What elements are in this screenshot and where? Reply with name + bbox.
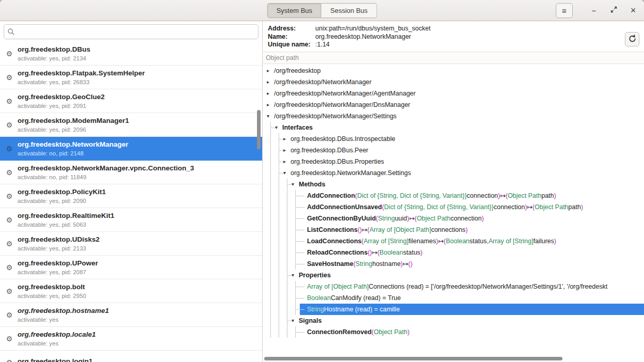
chevron-right-icon[interactable]: ▸ [283, 133, 291, 145]
tree-row[interactable]: ConnectionRemoved (Object Path) [263, 326, 644, 338]
chevron-down-icon[interactable]: ▾ [275, 122, 282, 133]
tree-row[interactable]: AddConnectionUnsaved (Dict of {String, D… [263, 201, 644, 213]
tree-text-segment: status [470, 238, 487, 245]
service-name: org.freedesktop.ModemManager1 [18, 117, 129, 125]
service-row[interactable]: ⚙org.freedesktop.RealtimeKit1activatable… [0, 208, 262, 232]
menu-button[interactable]: ≡ [556, 3, 573, 18]
dbus-object-icon: ⚙ [4, 216, 14, 224]
tree-row[interactable]: ▾/org/freedesktop/NetworkManager/Setting… [263, 111, 644, 122]
dbus-object-icon: ⚙ [4, 287, 14, 295]
tree-horizontal-scrollbar[interactable] [264, 357, 562, 360]
tree-row[interactable]: LoadConnections (Array of [String] filen… [263, 235, 644, 247]
chevron-down-icon[interactable]: ▾ [283, 167, 291, 179]
tree-row[interactable]: ▾Methods [263, 179, 644, 190]
service-row[interactable]: ⚙org.freedesktop.login1 [0, 351, 262, 362]
service-row[interactable]: ⚙org.freedesktop.Flatpak.SystemHelperact… [0, 66, 262, 89]
chevron-down-icon[interactable]: ▾ [292, 179, 299, 190]
minimize-button[interactable]: − [587, 4, 601, 17]
chevron-right-icon[interactable]: ▸ [267, 88, 274, 99]
tree-row-content: ▸org.freedesktop.DBus.Peer [283, 145, 644, 156]
service-row[interactable]: ⚙org.freedesktop.ModemManager1activatabl… [0, 113, 262, 137]
tree-text-segment: ↦ [438, 237, 443, 245]
tree-row[interactable]: Boolean CanModify (read) = True [263, 292, 644, 304]
tree-text-segment: ) [408, 328, 410, 336]
tree-row[interactable]: Array of [Object Path] Connections (read… [263, 281, 644, 292]
tree-guide-line [275, 281, 283, 292]
service-row[interactable]: ⚙org.freedesktop.UDisks2activatable: yes… [0, 232, 262, 256]
tree-row[interactable]: ListConnections () ↦ (Array of [Object P… [263, 224, 644, 235]
tree-row[interactable]: ▸/org/freedesktop [263, 65, 644, 76]
tree-text-segment: connection [494, 203, 525, 211]
chevron-down-icon[interactable]: ▾ [292, 315, 299, 326]
tree-guide-line [275, 258, 283, 270]
chevron-down-icon[interactable]: ▾ [267, 111, 274, 122]
refresh-button[interactable] [625, 32, 639, 46]
tree-row[interactable]: AddConnection (Dict of {String, Dict of … [263, 190, 644, 201]
dbus-object-icon: ⚙ [4, 97, 14, 105]
tree-text-segment: ↦ [409, 214, 414, 222]
close-button[interactable]: × [626, 4, 640, 17]
tree-guide-line [275, 145, 283, 156]
info-label: Unique name: [268, 41, 315, 49]
tree-row[interactable]: ▸org.freedesktop.DBus.Peer [263, 145, 644, 156]
service-row[interactable]: ⚙org.freedesktop.hostname1activatable: y… [0, 303, 262, 327]
chevron-right-icon[interactable]: ▸ [283, 145, 291, 156]
tree-row[interactable]: ▸/org/freedesktop/NetworkManager/AgentMa… [263, 88, 644, 99]
tree-row-content: LoadConnections (Array of [String] filen… [300, 235, 644, 247]
chevron-right-icon[interactable]: ▸ [267, 99, 274, 111]
tree-guide-line [267, 235, 275, 247]
tree-text-segment: status [403, 249, 420, 256]
maximize-button[interactable] [607, 4, 620, 17]
tree-row[interactable]: ▸/org/freedesktop/NetworkManager [263, 76, 644, 88]
service-row[interactable]: ⚙org.freedesktop.GeoClue2activatable: ye… [0, 89, 262, 113]
object-path-column-header[interactable]: Object path [263, 52, 644, 64]
tree-row[interactable]: ▾Interfaces [263, 122, 644, 133]
tree-row[interactable]: ▸org.freedesktop.DBus.Properties [263, 156, 644, 167]
chevron-right-icon[interactable]: ▸ [283, 156, 291, 167]
tree-guide-line [283, 213, 292, 224]
tree-text-segment: failures [533, 238, 554, 245]
sidebar-vertical-scrollbar[interactable] [257, 110, 261, 149]
tree-text-segment: path [541, 192, 554, 199]
service-name: org.freedesktop.NetworkManager.vpnc.Conn… [18, 164, 194, 173]
service-row[interactable]: ⚙org.freedesktop.locale1activatable: yes [0, 327, 262, 351]
tree-row[interactable]: ▾org.freedesktop.NetworkManager.Settings [263, 167, 644, 179]
tree-text-segment: ) [421, 249, 423, 256]
service-text: org.freedesktop.DBusactivatable: yes, pi… [18, 45, 90, 61]
service-row[interactable]: ⚙org.freedesktop.boltactivatable: yes, p… [0, 279, 262, 303]
bus-info-grid: Address:unix:path=/run/dbus/system_bus_s… [268, 25, 639, 49]
tab-session-bus[interactable]: Session Bus [321, 3, 377, 18]
chevron-down-icon[interactable]: ▾ [292, 270, 299, 281]
tree-guide-line [283, 235, 292, 247]
service-detail: activatable: yes [18, 340, 96, 347]
service-text: org.freedesktop.ModemManager1activatable… [18, 117, 129, 133]
service-name: org.freedesktop.NetworkManager [18, 140, 128, 149]
tree-row-content: ▾Interfaces [275, 122, 644, 133]
chevron-right-icon[interactable]: ▸ [267, 65, 274, 76]
tree-text-segment: Array of [Object Path] [369, 226, 431, 233]
tab-system-bus[interactable]: System Bus [267, 3, 321, 18]
tree-text-segment: /org/freedesktop [274, 67, 320, 74]
service-row[interactable]: ⚙org.freedesktop.NetworkManager.vpnc.Con… [0, 161, 262, 184]
tree-row[interactable]: GetConnectionByUuid (String uuid) ↦ (Obj… [263, 213, 644, 224]
tree-guide-line [267, 281, 275, 292]
service-row[interactable]: ⚙org.freedesktop.NetworkManageractivatab… [0, 137, 262, 161]
tree-row[interactable]: ▸org.freedesktop.DBus.Introspectable [263, 133, 644, 145]
service-row[interactable]: ⚙org.freedesktop.PolicyKit1activatable: … [0, 184, 262, 208]
tree-row-content: ▾Properties [292, 270, 644, 281]
tree-guide-line [292, 190, 300, 201]
tree-text-segment: Connections (read) = ['/org/freedesktop/… [369, 283, 608, 290]
tree-guide-line [267, 122, 275, 133]
chevron-right-icon[interactable]: ▸ [267, 76, 274, 88]
tree-text-segment: LoadConnections [307, 238, 362, 245]
tree-row[interactable]: ▾Signals [263, 315, 644, 326]
tree-row[interactable]: ▸/org/freedesktop/NetworkManager/DnsMana… [263, 99, 644, 111]
service-row[interactable]: ⚙org.freedesktop.DBusactivatable: yes, p… [0, 42, 262, 66]
tree-row[interactable]: ReloadConnections () ↦ (Boolean status) [263, 247, 644, 258]
service-name: org.freedesktop.GeoClue2 [18, 93, 105, 102]
service-row[interactable]: ⚙org.freedesktop.UPoweractivatable: yes,… [0, 256, 262, 279]
search-input[interactable] [4, 24, 259, 39]
tree-row[interactable]: ▾Properties [263, 270, 644, 281]
tree-row[interactable]: SaveHostname (String hostname) ↦ () [263, 258, 644, 270]
tree-row[interactable]: String Hostname (read) = camille [263, 304, 644, 315]
